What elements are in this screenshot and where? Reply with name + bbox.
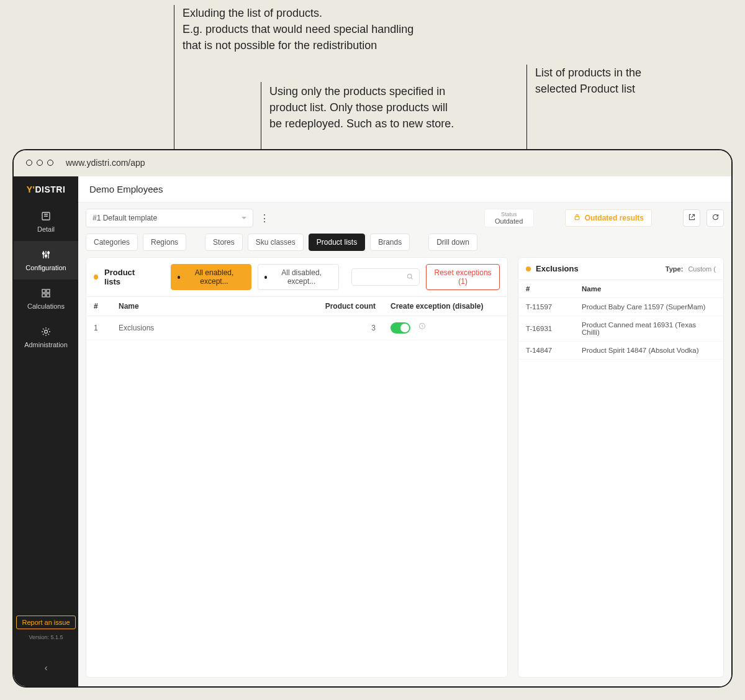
row-name: Product Baby Care 11597 (SuperMam) xyxy=(574,298,723,316)
sidebar: Y'DISTRI Detail Configuration xyxy=(14,176,78,686)
chevron-left-icon: ‹ xyxy=(45,663,48,673)
nav-calculations[interactable]: Calculations xyxy=(14,280,78,318)
open-external-button[interactable] xyxy=(683,209,700,227)
col-exception: Create exception (disable) xyxy=(383,297,507,316)
row-index: 1 xyxy=(86,316,111,340)
svg-point-2 xyxy=(45,255,47,257)
browser-frame: www.ydistri.com/app Y'DISTRI Detail C xyxy=(12,149,733,688)
nav-label: Calculations xyxy=(27,302,65,310)
row-name: Product Canned meat 16931 (Texas Chilli) xyxy=(574,316,723,342)
lock-icon xyxy=(573,213,581,223)
gear-icon xyxy=(40,326,52,337)
status-label: Status xyxy=(494,211,525,217)
svg-rect-5 xyxy=(47,289,50,293)
nav-label: Detail xyxy=(37,225,55,233)
sliders-icon xyxy=(40,249,52,260)
detail-icon xyxy=(40,211,52,222)
outdated-label: Outdated results xyxy=(585,214,644,222)
status-value: Outdated xyxy=(494,217,525,225)
row-id: T-16931 xyxy=(518,316,574,342)
kebab-menu[interactable]: ⋮ xyxy=(260,212,269,224)
col-count: Product count xyxy=(315,297,383,316)
address-bar[interactable]: www.ydistri.com/app xyxy=(66,158,145,168)
svg-point-10 xyxy=(408,274,412,278)
tab-drill-down[interactable]: Drill down xyxy=(428,234,477,251)
row-id: T-11597 xyxy=(518,298,574,316)
svg-rect-6 xyxy=(42,294,45,297)
exclusions-table: # Name T-11597 Product Baby Care 11597 (… xyxy=(518,280,723,360)
mode-all-disabled-button[interactable]: All disabled, except... xyxy=(258,264,339,290)
bullet-icon xyxy=(178,276,180,279)
type-value: Custom ( xyxy=(688,265,716,273)
tab-product-lists[interactable]: Product lists xyxy=(309,234,365,251)
page-title: Demo Employees xyxy=(89,184,163,194)
exception-toggle[interactable] xyxy=(391,322,410,334)
row-id: T-14847 xyxy=(518,342,574,360)
report-issue-button[interactable]: Report an issue xyxy=(16,616,75,629)
nav-detail[interactable]: Detail xyxy=(14,202,78,241)
tab-regions[interactable]: Regions xyxy=(143,234,186,251)
grid-icon xyxy=(40,288,52,299)
browser-toolbar: www.ydistri.com/app xyxy=(14,150,731,175)
panel-indicator-dot xyxy=(94,275,98,280)
mode-all-enabled-button[interactable]: All enabled, except... xyxy=(171,264,251,290)
mode-enabled-label: All enabled, except... xyxy=(184,268,244,286)
row-count: 3 xyxy=(315,316,383,340)
product-lists-panel: Product lists All enabled, except... All… xyxy=(86,257,508,678)
tab-stores[interactable]: Stores xyxy=(205,234,243,251)
col-name: Name xyxy=(111,297,315,316)
search-icon xyxy=(406,273,414,283)
status-box: Status Outdated xyxy=(484,209,534,227)
template-value: #1 Default template xyxy=(93,214,157,222)
product-lists-table: # Name Product count Create exception (d… xyxy=(86,297,507,340)
svg-point-8 xyxy=(45,330,48,334)
panel-title: Product lists xyxy=(104,268,147,286)
panel-title: Exclusions xyxy=(536,264,579,273)
refresh-icon xyxy=(711,213,720,223)
collapse-sidebar-button[interactable]: ‹ xyxy=(14,657,78,679)
col-name: Name xyxy=(574,280,723,298)
mode-disabled-label: All disabled, except... xyxy=(271,268,332,286)
nav-administration[interactable]: Administration xyxy=(14,318,78,357)
svg-point-1 xyxy=(43,253,45,255)
table-row[interactable]: T-11597 Product Baby Care 11597 (SuperMa… xyxy=(518,298,723,316)
col-index: # xyxy=(86,297,111,316)
table-row[interactable]: T-14847 Product Spirit 14847 (Absolut Vo… xyxy=(518,342,723,360)
row-name: Product Spirit 14847 (Absolut Vodka) xyxy=(574,342,723,360)
bullet-icon xyxy=(264,276,267,279)
nav-configuration[interactable]: Configuration xyxy=(14,241,78,280)
panel-indicator-dot xyxy=(526,266,531,271)
template-select[interactable]: #1 Default template xyxy=(86,209,253,227)
history-icon[interactable] xyxy=(418,323,426,332)
search-input[interactable] xyxy=(351,268,420,286)
tab-sku-classes[interactable]: Sku classes xyxy=(248,234,304,251)
type-label: Type: xyxy=(666,265,684,273)
callout-b: Using only the products specified in pro… xyxy=(269,83,518,132)
nav-label: Administration xyxy=(24,341,68,348)
exclusions-panel: Exclusions Type: Custom ( # Name xyxy=(518,257,724,678)
tab-categories[interactable]: Categories xyxy=(86,234,138,251)
svg-rect-7 xyxy=(47,294,50,297)
callout-c: List of products in the selected Product… xyxy=(535,65,697,97)
svg-point-3 xyxy=(48,252,50,254)
callout-a: Exluding the list of products. E.g. prod… xyxy=(183,5,456,53)
brand-logo: Y'DISTRI xyxy=(14,176,78,202)
table-row[interactable]: T-16931 Product Canned meat 16931 (Texas… xyxy=(518,316,723,342)
nav-label: Configuration xyxy=(25,264,66,271)
traffic-lights xyxy=(26,160,53,166)
version-label: Version: 5.1.5 xyxy=(29,634,63,640)
col-index: # xyxy=(518,280,574,298)
row-name: Exclusions xyxy=(111,316,315,340)
external-link-icon xyxy=(688,213,696,223)
refresh-button[interactable] xyxy=(707,209,724,227)
tab-brands[interactable]: Brands xyxy=(370,234,410,251)
table-row[interactable]: 1 Exclusions 3 xyxy=(86,316,507,340)
reset-exceptions-button[interactable]: Reset exceptions (1) xyxy=(426,264,500,290)
outdated-results-pill[interactable]: Outdated results xyxy=(565,209,652,227)
header: Demo Employees xyxy=(78,176,731,202)
svg-rect-4 xyxy=(42,289,45,293)
svg-rect-9 xyxy=(575,217,579,220)
